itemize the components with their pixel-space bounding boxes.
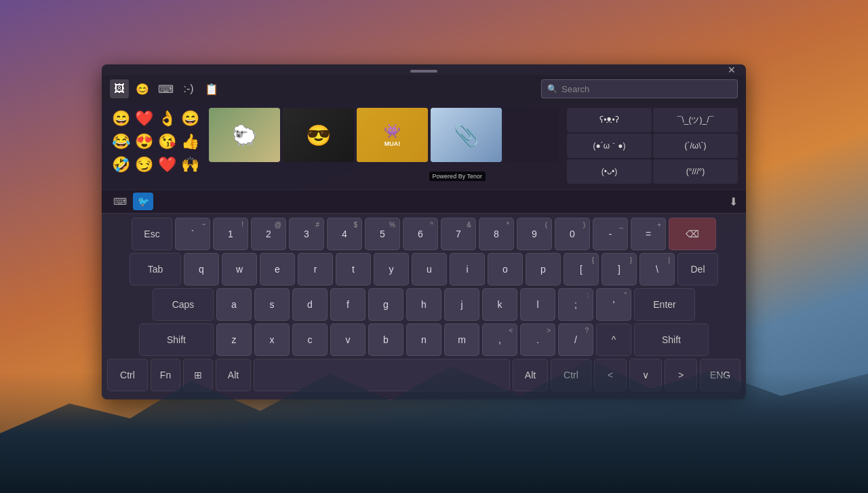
key-0[interactable]: )0 xyxy=(555,218,590,250)
key-z[interactable]: z xyxy=(216,323,252,356)
kaomoji-cell[interactable]: (•ᴗ•) xyxy=(567,159,652,184)
tab-clipboard[interactable]: 📋 xyxy=(202,79,221,98)
emoji-cell[interactable]: 👍 xyxy=(179,131,201,153)
key-alt-right[interactable]: Alt xyxy=(513,359,548,391)
tab-kaomoji[interactable]: :-) xyxy=(179,79,198,98)
key-c[interactable]: c xyxy=(292,323,328,356)
key-ctrl-right[interactable]: Ctrl xyxy=(551,359,591,391)
key-esc[interactable]: Esc xyxy=(132,218,172,250)
emoji-cell[interactable]: 😄 xyxy=(179,108,201,130)
key-bracket-open[interactable]: {[ xyxy=(564,253,599,285)
key-h[interactable]: h xyxy=(406,288,441,321)
key-t[interactable]: t xyxy=(336,253,371,285)
gif-sheep[interactable]: 🐑 xyxy=(209,108,280,162)
emoji-cell[interactable]: 🤣 xyxy=(110,154,132,176)
emoji-cell[interactable]: 😄 xyxy=(110,108,132,130)
key-b[interactable]: b xyxy=(368,323,403,356)
tab-smiley[interactable]: 😊 xyxy=(133,79,152,98)
key-equals[interactable]: += xyxy=(631,218,666,250)
key-q[interactable]: q xyxy=(184,253,219,285)
key-j[interactable]: j xyxy=(444,288,479,321)
key-slash[interactable]: ?/ xyxy=(558,323,593,356)
key-n[interactable]: n xyxy=(406,323,441,356)
key-7[interactable]: &7 xyxy=(441,218,476,250)
key-backtick[interactable]: ~` xyxy=(175,218,210,250)
key-enter[interactable]: Enter xyxy=(634,288,695,321)
emoji-cell[interactable]: 😍 xyxy=(133,131,155,153)
key-alt-left[interactable]: Alt xyxy=(216,359,251,391)
key-caret[interactable]: ^ xyxy=(596,323,631,356)
key-win[interactable]: ⊞ xyxy=(183,359,213,391)
key-d[interactable]: d xyxy=(292,288,328,321)
tab-emoji[interactable]: 🖼 xyxy=(110,79,129,98)
secondary-tab-twitter[interactable]: 🐦 xyxy=(133,193,153,210)
key-r[interactable]: r xyxy=(298,253,333,285)
key-9[interactable]: (9 xyxy=(517,218,552,250)
key-arrow-down[interactable]: ∨ xyxy=(629,359,662,391)
drag-handle[interactable]: ✕ xyxy=(102,64,746,75)
key-tab[interactable]: Tab xyxy=(130,253,181,285)
kaomoji-cell[interactable]: (°///°) xyxy=(653,159,738,184)
emoji-cell[interactable]: 😏 xyxy=(133,154,155,176)
key-s[interactable]: s xyxy=(254,288,290,321)
key-4[interactable]: $4 xyxy=(327,218,362,250)
emoji-cell[interactable]: 🙌 xyxy=(179,154,201,176)
key-y[interactable]: y xyxy=(374,253,409,285)
kaomoji-cell[interactable]: (●´ω｀●) xyxy=(567,134,652,158)
key-backspace[interactable]: ⌫ xyxy=(669,218,716,250)
key-arrow-left[interactable]: < xyxy=(594,359,627,391)
key-semicolon[interactable]: :; xyxy=(558,288,593,321)
key-shift-left[interactable]: Shift xyxy=(139,323,214,356)
emoji-cell[interactable]: ❤️ xyxy=(133,108,155,130)
key-minus[interactable]: _- xyxy=(593,218,628,250)
gif-clippy[interactable]: 📎 xyxy=(431,108,502,162)
key-space[interactable] xyxy=(254,359,510,391)
tab-symbols[interactable]: ⌨ xyxy=(156,79,175,98)
key-e[interactable]: e xyxy=(260,253,295,285)
kaomoji-cell[interactable]: (´/ω\`) xyxy=(653,134,738,158)
key-quote[interactable]: "' xyxy=(596,288,631,321)
key-del[interactable]: Del xyxy=(677,253,718,285)
key-bracket-close[interactable]: }] xyxy=(601,253,637,285)
key-1[interactable]: !1 xyxy=(213,218,248,250)
emoji-cell[interactable]: ❤️ xyxy=(156,154,178,176)
key-period[interactable]: >. xyxy=(520,323,555,356)
key-v[interactable]: v xyxy=(330,323,366,356)
download-icon[interactable]: ⬇ xyxy=(729,195,738,208)
gif-empty[interactable] xyxy=(505,108,559,162)
key-w[interactable]: w xyxy=(222,253,257,285)
gif-minion[interactable]: 👾 MUA! xyxy=(357,108,428,162)
key-ctrl-left[interactable]: Ctrl xyxy=(107,359,148,391)
key-2[interactable]: @2 xyxy=(251,218,286,250)
key-f[interactable]: f xyxy=(330,288,366,321)
emoji-cell[interactable]: 😘 xyxy=(156,131,178,153)
key-language[interactable]: ENG xyxy=(700,359,741,391)
key-arrow-right[interactable]: > xyxy=(665,359,697,391)
key-fn[interactable]: Fn xyxy=(151,359,180,391)
key-p[interactable]: p xyxy=(526,253,561,285)
key-x[interactable]: x xyxy=(254,323,290,356)
key-a[interactable]: a xyxy=(216,288,252,321)
key-m[interactable]: m xyxy=(444,323,479,356)
key-k[interactable]: k xyxy=(482,288,517,321)
key-8[interactable]: *8 xyxy=(479,218,514,250)
emoji-cell[interactable]: 😂 xyxy=(110,131,132,153)
secondary-tab-keyboard[interactable]: ⌨ xyxy=(110,193,130,210)
key-backslash[interactable]: |\ xyxy=(639,253,675,285)
search-input[interactable] xyxy=(561,84,732,94)
key-l[interactable]: l xyxy=(520,288,555,321)
key-caps[interactable]: Caps xyxy=(153,288,214,321)
gif-sunglasses[interactable]: 😎 xyxy=(283,108,354,162)
kaomoji-cell[interactable]: ¯\_(ツ)_/¯ xyxy=(653,108,738,132)
key-shift-right[interactable]: Shift xyxy=(634,323,709,356)
key-g[interactable]: g xyxy=(368,288,403,321)
key-i[interactable]: i xyxy=(450,253,485,285)
kaomoji-cell[interactable]: ʕ•ᴥ•ʔ xyxy=(567,108,652,132)
key-6[interactable]: ^6 xyxy=(403,218,438,250)
key-u[interactable]: u xyxy=(412,253,447,285)
key-3[interactable]: #3 xyxy=(289,218,324,250)
key-o[interactable]: o xyxy=(488,253,523,285)
emoji-cell[interactable]: 👌 xyxy=(156,108,178,130)
key-comma[interactable]: <, xyxy=(482,323,517,356)
key-5[interactable]: %5 xyxy=(365,218,400,250)
